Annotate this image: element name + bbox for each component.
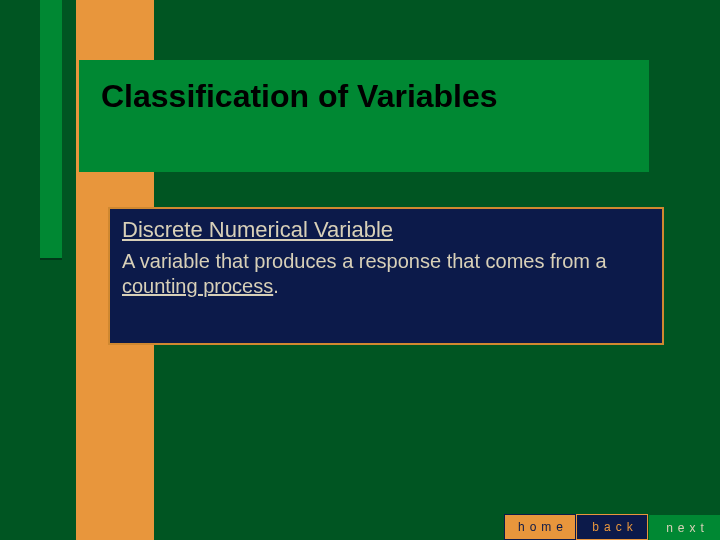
body-text-post: . xyxy=(273,275,279,297)
next-button[interactable]: next xyxy=(648,514,720,540)
content-body: A variable that produces a response that… xyxy=(122,249,650,299)
slide-title: Classification of Variables xyxy=(101,78,627,115)
body-text-underlined: counting process xyxy=(122,275,273,297)
nav-bar: home back next xyxy=(504,514,720,540)
back-button[interactable]: back xyxy=(576,514,648,540)
content-box: Discrete Numerical Variable A variable t… xyxy=(108,207,664,345)
body-text-pre: A variable that produces a response that… xyxy=(122,250,607,272)
title-box: Classification of Variables xyxy=(79,60,649,172)
green-vertical-bar xyxy=(40,0,62,260)
content-subtitle: Discrete Numerical Variable xyxy=(122,217,650,243)
home-button[interactable]: home xyxy=(504,514,576,540)
